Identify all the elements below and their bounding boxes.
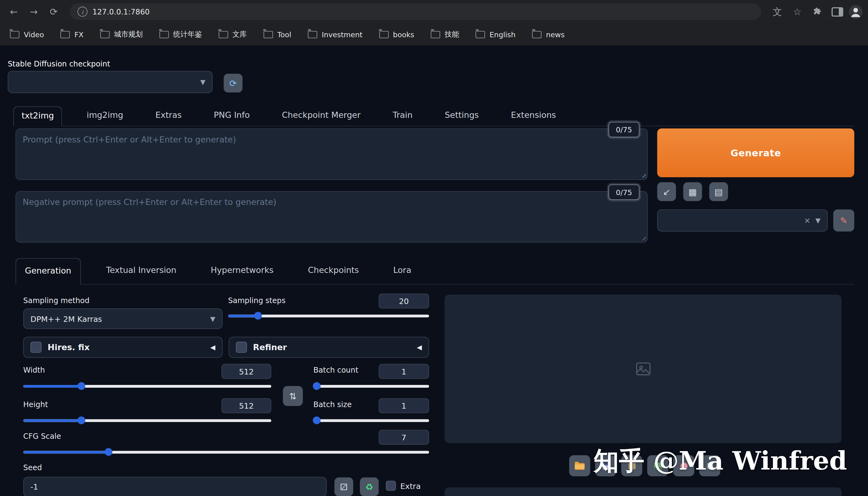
hires-fix-accordion[interactable]: Hires. fix ◀	[23, 337, 223, 358]
clear-prompt-button[interactable]: ▦	[683, 182, 702, 201]
folder-icon	[431, 31, 440, 38]
bookmark-label: Video	[24, 30, 44, 38]
url-text[interactable]: 127.0.0.1:7860	[93, 7, 150, 16]
batch-count-slider[interactable]	[313, 382, 429, 390]
profile-avatar[interactable]	[849, 5, 863, 18]
subtab-lora[interactable]: Lora	[384, 258, 420, 284]
tab-png-info[interactable]: PNG Info	[206, 107, 257, 126]
subtab-textual-inversion[interactable]: Textual Inversion	[97, 258, 185, 284]
hires-fix-checkbox[interactable]	[30, 342, 42, 353]
batch-size-slider[interactable]	[313, 417, 429, 424]
translate-icon[interactable]: 文	[769, 3, 786, 20]
side-panel-icon[interactable]	[829, 3, 846, 20]
folder-icon	[219, 31, 228, 38]
tab-img2img[interactable]: img2img	[79, 107, 131, 126]
refiner-accordion[interactable]: Refiner ◀	[228, 337, 429, 358]
checkpoint-label: Stable Diffusion checkpoint	[8, 59, 110, 68]
folder-icon	[308, 31, 317, 38]
subtab-checkpoints[interactable]: Checkpoints	[299, 258, 368, 284]
sampling-method-dropdown[interactable]: DPM++ 2M Karras ▼	[23, 309, 223, 329]
tab-settings[interactable]: Settings	[437, 107, 487, 126]
refresh-checkpoint-button[interactable]: ⟳	[224, 74, 242, 92]
bookmark-label: books	[393, 30, 414, 38]
paste-params-button[interactable]: ↙	[657, 182, 676, 201]
height-label: Height	[23, 400, 48, 409]
folder-icon	[159, 31, 169, 38]
trash-icon: ▦	[688, 186, 697, 197]
swap-icon: ⇅	[289, 391, 297, 401]
prompt-token-counter: 0/75	[609, 122, 640, 137]
folder-icon	[532, 31, 542, 38]
edit-styles-button[interactable]: ✎	[833, 209, 854, 231]
bookmark-folder[interactable]: Video	[10, 30, 44, 38]
site-info-icon[interactable]: i	[78, 7, 88, 17]
batch-size-value[interactable]: 1	[379, 398, 429, 413]
clipboard-icon: ▤	[714, 186, 723, 197]
bookmark-folder[interactable]: Investment	[308, 30, 363, 38]
bookmark-folder[interactable]: 文库	[219, 29, 247, 39]
width-label: Width	[23, 366, 45, 374]
screen: ← → ⟳ i 127.0.0.1:7860 文 ☆ Video FX 城市规划…	[0, 0, 868, 496]
output-image-area[interactable]	[444, 295, 841, 443]
batch-count-label: Batch count	[313, 366, 358, 374]
bookmark-folder[interactable]: books	[379, 30, 414, 38]
clear-styles-icon[interactable]: ×	[804, 216, 810, 225]
extra-seed-label: Extra	[400, 482, 421, 491]
apply-styles-button[interactable]: ▤	[709, 182, 728, 201]
prompt-input[interactable]	[15, 129, 648, 180]
address-bar[interactable]: i 127.0.0.1:7860	[70, 3, 761, 20]
folder-icon	[574, 461, 585, 470]
prompt-container: 0/75	[15, 129, 648, 180]
extensions-icon[interactable]	[809, 3, 825, 20]
bookmark-folder[interactable]: 统计年鉴	[159, 29, 202, 39]
tab-train[interactable]: Train	[385, 107, 420, 126]
bookmark-label: 城市规划	[114, 29, 143, 39]
reuse-seed-button[interactable]: ♻	[360, 478, 379, 496]
open-folder-button[interactable]	[569, 455, 590, 476]
bookmark-folder[interactable]: English	[476, 30, 516, 38]
batch-count-value[interactable]: 1	[379, 364, 429, 379]
reload-icon[interactable]: ⟳	[46, 3, 62, 20]
tab-extras[interactable]: Extras	[148, 107, 189, 126]
bookmark-folder[interactable]: 技能	[431, 29, 459, 39]
main-tabs: txt2img img2img Extras PNG Info Checkpoi…	[13, 107, 854, 126]
subtab-hypernetworks[interactable]: Hypernetworks	[202, 258, 282, 284]
tab-txt2img[interactable]: txt2img	[13, 107, 62, 126]
extra-seed-checkbox[interactable]	[386, 481, 396, 491]
tab-extensions[interactable]: Extensions	[503, 107, 564, 126]
chevron-down-icon: ▼	[816, 217, 821, 224]
folder-icon	[379, 31, 389, 38]
bookmarks-bar: Video FX 城市规划 统计年鉴 文库 Tool Investment bo…	[0, 24, 868, 46]
checkpoint-dropdown[interactable]: ▼	[8, 71, 212, 93]
negative-prompt-input[interactable]	[15, 191, 648, 243]
styles-dropdown[interactable]: × ▼	[657, 209, 828, 231]
bookmark-folder[interactable]: news	[532, 30, 565, 38]
bookmark-folder[interactable]: FX	[61, 30, 84, 38]
webui-page: Stable Diffusion checkpoint ▼ ⟳ txt2img …	[0, 46, 868, 496]
width-slider[interactable]	[23, 382, 271, 390]
width-value[interactable]: 512	[221, 364, 271, 379]
sampling-steps-slider[interactable]	[228, 312, 429, 320]
refiner-checkbox[interactable]	[236, 342, 247, 353]
accordion-arrow-icon: ◀	[417, 343, 422, 351]
tab-checkpoint-merger[interactable]: Checkpoint Merger	[274, 107, 368, 126]
cfg-scale-slider[interactable]	[23, 448, 429, 456]
height-slider[interactable]	[23, 417, 271, 424]
height-value[interactable]: 512	[221, 398, 271, 413]
folder-icon	[61, 31, 70, 38]
sampling-steps-value[interactable]: 20	[379, 294, 429, 309]
cfg-scale-value[interactable]: 7	[379, 430, 429, 445]
subtab-generation[interactable]: Generation	[15, 258, 81, 284]
back-icon[interactable]: ←	[5, 3, 22, 20]
bookmark-label: 文库	[233, 29, 247, 39]
negative-token-counter: 0/75	[609, 184, 640, 200]
generate-button[interactable]: Generate	[657, 129, 854, 177]
forward-icon[interactable]: →	[26, 3, 42, 20]
bookmark-label: 技能	[445, 29, 459, 39]
seed-input[interactable]	[23, 477, 327, 496]
swap-dimensions-button[interactable]: ⇅	[283, 386, 303, 406]
bookmark-folder[interactable]: Tool	[263, 30, 291, 38]
random-seed-button[interactable]: ⚂	[334, 478, 353, 496]
bookmark-folder[interactable]: 城市规划	[100, 29, 143, 39]
bookmark-star-icon[interactable]: ☆	[789, 3, 806, 20]
